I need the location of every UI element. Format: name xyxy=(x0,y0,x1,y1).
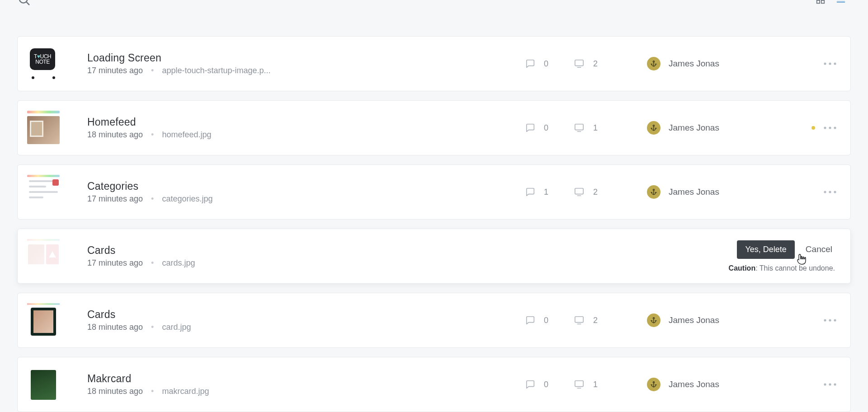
versions-stat[interactable]: 1 xyxy=(573,123,598,133)
comments-count: 1 xyxy=(544,187,548,197)
separator-dot: • xyxy=(151,66,154,75)
avatar xyxy=(647,57,660,70)
list-row[interactable]: Makrcard 18 minutes ago • makrcard.jpg 0… xyxy=(17,357,851,412)
cancel-button[interactable]: Cancel xyxy=(803,244,835,255)
monitor-icon xyxy=(573,379,585,389)
comment-icon xyxy=(525,379,536,389)
anchor-icon xyxy=(650,188,657,196)
svg-rect-4 xyxy=(817,0,820,3)
svg-rect-27 xyxy=(575,188,583,194)
list-row[interactable]: Homefeed 18 minutes ago • homefeed.jpg 0… xyxy=(17,100,851,155)
title-block: Loading Screen 17 minutes ago • apple-to… xyxy=(87,52,525,75)
anchor-icon xyxy=(650,317,657,324)
item-title[interactable]: Makrcard xyxy=(87,373,525,385)
item-filename: apple-touch-startup-image.p... xyxy=(162,66,270,75)
comments-stat[interactable]: 0 xyxy=(525,315,548,325)
comments-count: 0 xyxy=(544,123,548,133)
grid-icon[interactable] xyxy=(816,0,826,6)
svg-point-33 xyxy=(824,191,826,193)
comment-icon xyxy=(525,315,536,325)
title-block: Homefeed 18 minutes ago • homefeed.jpg xyxy=(87,116,525,140)
versions-stat[interactable]: 1 xyxy=(573,379,598,389)
more-icon[interactable] xyxy=(823,126,837,130)
separator-dot: • xyxy=(151,194,154,204)
svg-point-52 xyxy=(829,383,831,385)
top-bar xyxy=(0,0,868,36)
svg-rect-18 xyxy=(575,124,583,130)
thumbnail[interactable] xyxy=(23,235,64,277)
versions-stat[interactable]: 2 xyxy=(573,187,598,197)
item-time: 17 minutes ago xyxy=(87,258,143,268)
svg-rect-5 xyxy=(821,0,824,3)
item-filename: cards.jpg xyxy=(162,258,195,268)
row-actions xyxy=(783,190,837,194)
caution-text: Caution: This cannot be undone. xyxy=(729,264,835,272)
item-title[interactable]: Categories xyxy=(87,180,525,192)
list-row[interactable]: Categories 17 minutes ago • categories.j… xyxy=(17,164,851,220)
title-block: Cards 18 minutes ago • card.jpg xyxy=(87,309,525,332)
title-block: Cards 17 minutes ago • cards.jpg xyxy=(87,244,729,268)
svg-point-53 xyxy=(834,383,836,385)
svg-point-16 xyxy=(829,62,831,65)
item-filename: categories.jpg xyxy=(162,194,212,204)
comments-stat[interactable]: 1 xyxy=(525,187,548,197)
item-time: 17 minutes ago xyxy=(87,66,143,75)
item-filename: homefeed.jpg xyxy=(162,130,211,140)
item-time: 18 minutes ago xyxy=(87,323,143,332)
svg-point-42 xyxy=(824,319,826,321)
svg-rect-9 xyxy=(575,60,583,66)
versions-stat[interactable]: 2 xyxy=(573,315,598,325)
list-icon[interactable] xyxy=(835,0,846,6)
item-title[interactable]: Cards xyxy=(87,309,525,321)
versions-stat[interactable]: 2 xyxy=(573,59,598,69)
thumbnail[interactable] xyxy=(23,364,64,405)
comments-stat[interactable]: 0 xyxy=(525,123,548,133)
list-row[interactable]: Cards 18 minutes ago • card.jpg 0 2 Jame… xyxy=(17,293,851,348)
thumbnail[interactable] xyxy=(23,107,64,149)
comments-stat[interactable]: 0 xyxy=(525,59,548,69)
list-row[interactable]: T♥UCHNOTE Loading Screen 17 minutes ago … xyxy=(17,36,851,91)
search-icon[interactable] xyxy=(17,0,31,8)
avatar xyxy=(647,121,660,135)
title-block: Makrcard 18 minutes ago • makrcard.jpg xyxy=(87,373,525,396)
svg-point-17 xyxy=(834,62,836,65)
svg-point-44 xyxy=(834,319,836,321)
author-block[interactable]: James Jonas xyxy=(647,57,783,70)
separator-dot: • xyxy=(151,323,154,332)
item-title[interactable]: Cards xyxy=(87,244,729,257)
thumbnail[interactable] xyxy=(23,300,64,341)
svg-point-24 xyxy=(824,126,826,129)
avatar xyxy=(647,185,660,199)
monitor-icon xyxy=(573,315,585,325)
author-name: James Jonas xyxy=(669,59,719,69)
svg-point-34 xyxy=(829,191,831,193)
more-icon[interactable] xyxy=(823,383,837,386)
item-title[interactable]: Homefeed xyxy=(87,116,525,128)
comments-stat[interactable]: 0 xyxy=(525,379,548,389)
item-title[interactable]: Loading Screen xyxy=(87,52,525,64)
item-filename: makrcard.jpg xyxy=(162,387,209,396)
svg-point-25 xyxy=(829,126,831,129)
separator-dot: • xyxy=(151,130,154,140)
author-block[interactable]: James Jonas xyxy=(647,378,783,391)
status-dot xyxy=(811,126,815,130)
svg-line-1 xyxy=(27,2,29,5)
versions-count: 1 xyxy=(593,380,598,389)
author-name: James Jonas xyxy=(669,123,719,133)
more-icon[interactable] xyxy=(823,190,837,194)
avatar xyxy=(647,314,660,327)
svg-point-35 xyxy=(834,191,836,193)
author-block[interactable]: James Jonas xyxy=(647,314,783,327)
stats-block: 0 2 xyxy=(525,315,647,325)
author-block[interactable]: James Jonas xyxy=(647,185,783,199)
author-name: James Jonas xyxy=(669,379,719,389)
more-icon[interactable] xyxy=(823,62,837,66)
thumbnail[interactable]: T♥UCHNOTE xyxy=(23,43,64,84)
yes-delete-button[interactable]: Yes, Delete xyxy=(737,240,794,259)
monitor-icon xyxy=(573,187,585,197)
more-icon[interactable] xyxy=(823,318,837,322)
row-actions xyxy=(783,318,837,322)
author-block[interactable]: James Jonas xyxy=(647,121,783,135)
thumbnail[interactable] xyxy=(23,171,64,213)
list-row[interactable]: Cards 17 minutes ago • cards.jpg Yes, De… xyxy=(17,229,851,284)
